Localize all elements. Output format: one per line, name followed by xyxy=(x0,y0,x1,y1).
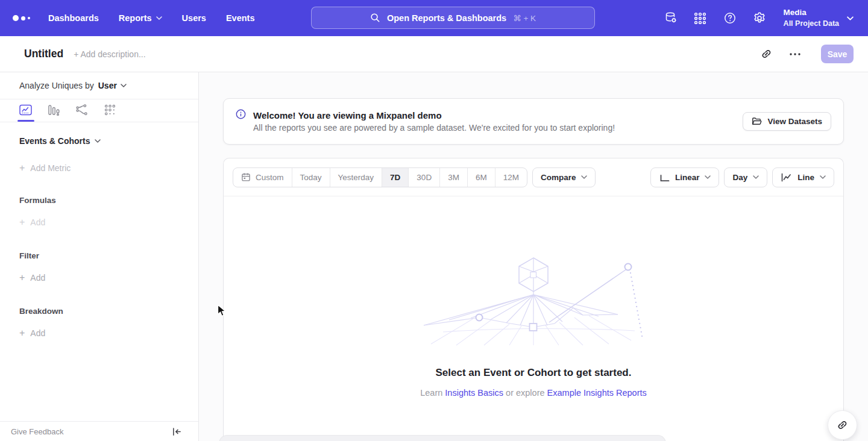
give-feedback-link[interactable]: Give Feedback xyxy=(11,427,63,436)
empty-state: Select an Event or Cohort to get started… xyxy=(224,196,843,398)
chevron-down-icon xyxy=(581,175,587,179)
mixpanel-app: Dashboards Reports Users Events Open Rep… xyxy=(0,0,868,441)
bottom-card-peek xyxy=(219,435,666,441)
nav-item-users[interactable]: Users xyxy=(182,13,206,23)
retention-grid-icon xyxy=(104,104,116,116)
date-range-6m[interactable]: 6M xyxy=(468,168,495,187)
filter-heading: Filter xyxy=(19,251,179,260)
insights-basics-link[interactable]: Insights Basics xyxy=(445,388,503,398)
breakdown-heading: Breakdown xyxy=(19,307,179,316)
formulas-heading: Formulas xyxy=(19,196,179,205)
date-range-yesterday[interactable]: Yesterday xyxy=(330,168,383,187)
add-formula-button[interactable]: Add xyxy=(19,217,179,227)
plus-icon xyxy=(19,328,25,338)
date-range-12m[interactable]: 12M xyxy=(495,168,527,187)
global-search-input[interactable]: Open Reports & Dashboards ⌘ + K xyxy=(311,7,595,29)
chart-type-dropdown[interactable]: Line xyxy=(772,167,834,187)
ellipsis-icon xyxy=(790,53,800,55)
demo-welcome-banner: Welcome! You are viewing a Mixpanel demo… xyxy=(223,98,844,145)
report-title[interactable]: Untitled xyxy=(24,48,63,60)
help-icon[interactable] xyxy=(723,11,737,25)
chevron-down-icon xyxy=(753,175,759,179)
report-header: Untitled + Add description... Save xyxy=(0,36,868,72)
query-builder-sidebar: Analyze Uniques by User Events & Cohorts xyxy=(0,72,199,441)
analyze-uniques-row: Analyze Uniques by User xyxy=(0,72,198,99)
tab-funnels[interactable] xyxy=(48,104,61,122)
chevron-down-icon xyxy=(156,16,162,20)
nav-item-dashboards[interactable]: Dashboards xyxy=(48,13,99,23)
project-name: Media xyxy=(784,7,839,18)
chevron-down-icon xyxy=(820,175,826,179)
empty-state-title: Select an Event or Cohort to get started… xyxy=(436,367,632,379)
settings-gear-icon[interactable] xyxy=(752,11,767,25)
line-chart-icon xyxy=(781,172,792,183)
project-switcher[interactable]: Media All Project Data xyxy=(784,7,854,28)
date-range-custom[interactable]: Custom xyxy=(233,168,292,187)
search-icon xyxy=(370,13,380,23)
chart-controls-row: Custom Today Yesterday 7D 30D 3M 6M 12M … xyxy=(224,158,843,196)
bar-chart-icon xyxy=(48,104,60,116)
info-icon xyxy=(236,109,246,122)
view-datasets-button[interactable]: View Datasets xyxy=(743,112,831,131)
nav-item-events[interactable]: Events xyxy=(226,13,255,23)
add-metric-button[interactable]: Add Metric xyxy=(19,163,179,173)
apps-grid-icon[interactable] xyxy=(693,11,708,25)
tab-insights[interactable] xyxy=(19,104,33,122)
share-link-fab[interactable] xyxy=(828,410,857,440)
empty-state-illustration xyxy=(419,255,648,346)
add-description-field[interactable]: + Add description... xyxy=(74,49,145,59)
primary-nav: Dashboards Reports Users Events xyxy=(48,0,254,36)
flows-icon xyxy=(76,104,89,116)
add-filter-button[interactable]: Add xyxy=(19,273,179,283)
project-scope: All Project Data xyxy=(784,19,839,29)
chevron-down-icon xyxy=(95,139,101,143)
folder-icon xyxy=(752,117,762,126)
analyze-label: Analyze Uniques by xyxy=(19,81,94,90)
report-type-tabs xyxy=(0,99,198,122)
main-content: Welcome! You are viewing a Mixpanel demo… xyxy=(199,72,868,441)
date-range-30d[interactable]: 30D xyxy=(409,168,440,187)
link-icon xyxy=(837,419,848,431)
date-range-7d[interactable]: 7D xyxy=(382,168,409,187)
data-sources-icon[interactable] xyxy=(664,11,678,25)
save-button[interactable]: Save xyxy=(821,45,854,63)
plus-icon xyxy=(19,163,25,173)
insights-chart-icon xyxy=(19,104,32,116)
link-icon xyxy=(761,48,772,60)
empty-state-links: Learn Insights Basics or explore Example… xyxy=(420,388,647,398)
tab-retention[interactable] xyxy=(104,104,118,122)
banner-subtitle: All the reports you see are powered by a… xyxy=(253,123,615,133)
or-explore-text: or explore xyxy=(506,388,544,398)
collapse-sidebar-icon[interactable] xyxy=(172,427,182,436)
search-placeholder: Open Reports & Dashboards xyxy=(387,13,506,23)
example-insights-reports-link[interactable]: Example Insights Reports xyxy=(547,388,647,398)
learn-prefix: Learn xyxy=(420,388,442,398)
insights-report-panel: Custom Today Yesterday 7D 30D 3M 6M 12M … xyxy=(223,158,844,441)
plus-icon xyxy=(19,217,25,227)
date-range-today[interactable]: Today xyxy=(292,168,330,187)
sidebar-sections: Events & Cohorts Add Metric Formulas Add… xyxy=(0,136,198,338)
nav-item-reports[interactable]: Reports xyxy=(119,13,162,23)
sidebar-footer: Give Feedback xyxy=(0,421,198,441)
compare-dropdown[interactable]: Compare xyxy=(532,167,596,187)
tab-flows[interactable] xyxy=(76,104,89,122)
more-options-button[interactable] xyxy=(788,52,802,57)
chevron-down-icon xyxy=(121,84,127,87)
calendar-icon xyxy=(241,172,251,182)
navbar-right: Media All Project Data xyxy=(664,0,854,36)
banner-title: Welcome! You are viewing a Mixpanel demo xyxy=(253,110,615,120)
chevron-down-icon xyxy=(847,16,854,20)
scale-dropdown[interactable]: Linear xyxy=(650,167,720,187)
report-header-actions: Save xyxy=(760,45,854,63)
plus-icon xyxy=(19,273,25,283)
analyze-by-dropdown[interactable]: User xyxy=(98,81,127,90)
date-range-segmented-control: Custom Today Yesterday 7D 30D 3M 6M 12M xyxy=(233,167,527,187)
share-link-button[interactable] xyxy=(760,47,773,61)
add-breakdown-button[interactable]: Add xyxy=(19,328,179,338)
search-shortcut: ⌘ + K xyxy=(513,13,536,23)
mixpanel-logo-icon[interactable] xyxy=(13,0,30,36)
granularity-dropdown[interactable]: Day xyxy=(724,167,767,187)
date-range-3m[interactable]: 3M xyxy=(440,168,468,187)
linear-axis-icon xyxy=(659,172,670,183)
events-cohorts-heading[interactable]: Events & Cohorts xyxy=(19,136,179,146)
